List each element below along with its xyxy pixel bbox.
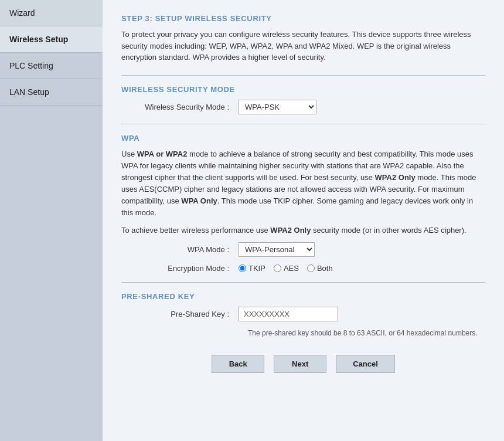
intro-text: To protect your privacy you can configur… [121,29,485,63]
encryption-both-label: Both [317,264,333,273]
main-content: STEP 3: SETUP WIRELESS SECURITY To prote… [103,0,504,441]
wpa-mode-row: WPA Mode : WPA-Personal WPA-Enterprise [121,242,485,257]
encryption-aes-label: AES [284,264,299,273]
sidebar-item-label: Wizard [9,8,35,18]
next-button[interactable]: Next [274,355,326,373]
wireless-security-section-title: WIRELESS SECURITY MODE [121,85,485,94]
step-title: STEP 3: SETUP WIRELESS SECURITY [121,14,485,23]
wireless-security-mode-row: Wireless Security Mode : WPA-PSK WEP WPA… [121,100,485,114]
psk-label: Pre-Shared Key : [121,310,239,318]
wpa-mode-select[interactable]: WPA-Personal WPA-Enterprise [239,242,315,257]
encryption-mode-label: Encryption Mode : [121,264,239,273]
psk-section-title: PRE-SHARED KEY [121,292,485,301]
sidebar: Wizard Wireless Setup PLC Setting LAN Se… [0,0,103,441]
psk-hint: The pre-shared key should be 8 to 63 ASC… [248,328,485,338]
button-row: Back Next Cancel [121,355,485,373]
encryption-aes-radio[interactable] [274,264,281,272]
wireless-security-mode-label: Wireless Security Mode : [121,103,239,111]
encryption-both-radio[interactable] [307,264,315,272]
encryption-tkip-radio[interactable] [239,264,246,272]
encryption-tkip-option[interactable]: TKIP [239,264,265,273]
cancel-button[interactable]: Cancel [336,355,395,373]
sidebar-item-label: Wireless Setup [9,35,68,44]
wpa-section-title: WPA [121,134,485,143]
back-button[interactable]: Back [212,355,264,373]
wpa-description-1: Use WPA or WPA2 mode to achieve a balanc… [121,148,485,219]
psk-input[interactable] [239,307,338,321]
wireless-security-mode-select[interactable]: WPA-PSK WEP WPA2-PSK WPA/WPA2-PSK [239,100,316,114]
sidebar-item-wizard[interactable]: Wizard [0,0,103,26]
wpa-section: WPA Use WPA or WPA2 mode to achieve a ba… [121,134,485,273]
encryption-both-option[interactable]: Both [307,264,333,273]
sidebar-item-lan-setup[interactable]: LAN Setup [0,79,103,106]
psk-field-row: Pre-Shared Key : [121,307,485,321]
wpa-description-2: To achieve better wireless performance u… [121,225,485,236]
psk-section: PRE-SHARED KEY Pre-Shared Key : The pre-… [121,292,485,338]
encryption-aes-option[interactable]: AES [274,264,299,273]
encryption-radio-group: TKIP AES Both [239,264,333,273]
wpa-mode-label: WPA Mode : [121,245,239,254]
sidebar-item-label: LAN Setup [9,87,49,97]
encryption-tkip-label: TKIP [248,264,265,273]
sidebar-item-plc-setting[interactable]: PLC Setting [0,53,103,79]
encryption-mode-row: Encryption Mode : TKIP AES Both [121,264,485,273]
sidebar-item-wireless-setup[interactable]: Wireless Setup [0,26,103,53]
sidebar-item-label: PLC Setting [9,61,53,70]
